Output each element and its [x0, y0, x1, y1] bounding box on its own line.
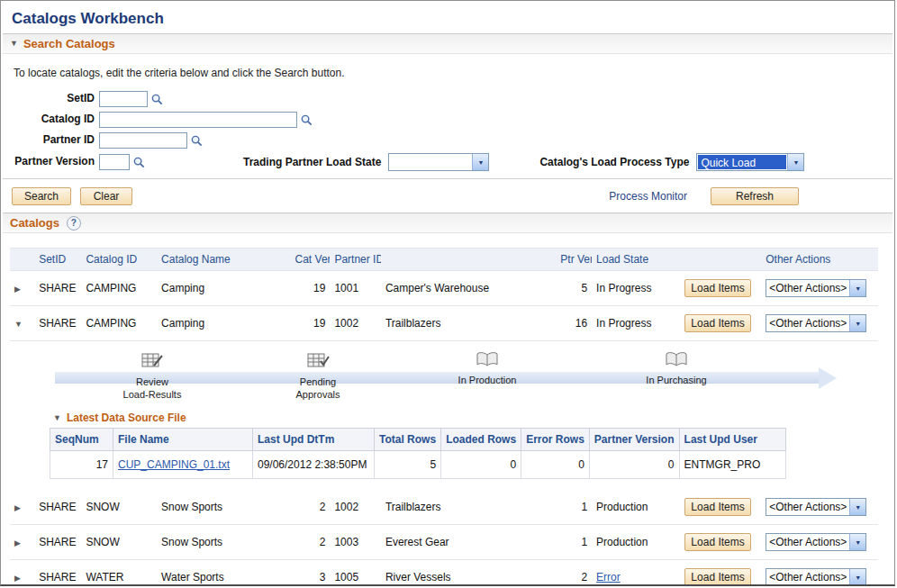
process-flow: Review Load-Results Pending Approvals In…	[48, 348, 840, 408]
latest-data-source-title: Latest Data Source File	[67, 412, 186, 424]
load-state-label: Trading Partner Load State	[243, 156, 381, 168]
cell-ptr-ver: 16	[556, 306, 592, 341]
cell-partner-id: 1005	[330, 560, 380, 587]
partner-id-lookup-icon[interactable]	[190, 134, 204, 148]
search-button[interactable]: Search	[12, 187, 71, 205]
load-items-button[interactable]: Load Items	[684, 533, 750, 551]
other-actions-select[interactable]: <Other Actions>▼	[766, 314, 866, 332]
load-state-error-link[interactable]: Error	[596, 571, 621, 583]
partner-version-header: Partner Version	[589, 429, 679, 451]
chevron-down-icon: ▼	[849, 534, 865, 550]
cell-load-state: In Progress	[592, 271, 680, 306]
expand-column-header	[10, 249, 34, 271]
partner-id-row: Partner ID	[6, 132, 894, 149]
partner-id-input[interactable]	[99, 132, 187, 149]
process-monitor-link[interactable]: Process Monitor	[609, 190, 687, 203]
chevron-down-icon: ▼	[849, 315, 865, 331]
load-items-button[interactable]: Load Items	[684, 498, 750, 516]
data-source-grid: SeqNum File Name Last Upd DtTm Total Row…	[50, 428, 786, 479]
chevron-down-icon: ▼	[849, 280, 865, 296]
cell-cat-ver: 3	[291, 560, 331, 587]
cell-catalog-name: Camping	[157, 271, 290, 306]
cell-cat-ver: 19	[291, 271, 331, 306]
other-actions-select[interactable]: <Other Actions>▼	[766, 533, 866, 551]
process-type-select[interactable]: Quick Load ▼	[696, 153, 804, 171]
cell-total-rows: 5	[375, 451, 441, 479]
other-actions-select[interactable]: <Other Actions>▼	[766, 498, 866, 516]
cell-catalog-id: WATER	[81, 560, 157, 587]
cat-ver-column-header: Cat Ver	[291, 249, 331, 271]
expand-row-icon[interactable]: ▶	[14, 503, 21, 512]
catalog-id-lookup-icon[interactable]	[300, 113, 313, 127]
partner-version-input[interactable]	[99, 154, 130, 170]
partner-version-row: Partner Version Trading Partner Load Sta…	[6, 153, 894, 171]
other-actions-select[interactable]: <Other Actions>▼	[766, 279, 866, 297]
other-actions-select[interactable]: <Other Actions>▼	[766, 568, 866, 586]
partner-id-column-header: Partner ID	[330, 249, 380, 271]
flow-step-label: Pending Approvals	[264, 376, 372, 402]
total-rows-header: Total Rows	[375, 429, 441, 451]
chevron-down-icon: ▼	[787, 154, 803, 170]
cell-last-upd-dttm: 09/06/2012 2:38:50PM	[253, 451, 375, 479]
flow-step-review: Review Load-Results	[98, 350, 206, 402]
catalogs-workbench-page: Catalogs Workbench ▼ Search Catalogs To …	[0, 0, 895, 586]
cell-partner-id: 1002	[330, 490, 380, 525]
cell-ptr-ver: 1	[556, 525, 592, 560]
chevron-down-icon: ▼	[472, 154, 488, 170]
search-instructions: To locate catalogs, edit the criteria be…	[1, 54, 894, 86]
cell-partner-name: Everest Gear	[381, 525, 556, 560]
in-purchasing-icon	[665, 350, 688, 370]
cell-catalog-name: Snow Sports	[157, 525, 290, 560]
cell-catalog-id: SNOW	[81, 490, 157, 525]
cell-ptr-ver: 5	[556, 271, 592, 306]
ptr-ver-column-header: Ptr Ver	[556, 249, 592, 271]
catalog-id-input[interactable]	[99, 112, 297, 128]
catalog-row: ▼ SHARE CAMPING Camping 19 1002 Trailbla…	[10, 306, 878, 341]
search-section-divider	[3, 178, 892, 179]
load-state-column-header: Load State	[592, 249, 680, 271]
catalog-id-column-header: Catalog ID	[81, 249, 157, 271]
flow-step-label: Review Load-Results	[98, 376, 206, 402]
partner-version-lookup-icon[interactable]	[132, 156, 146, 169]
cell-setid: SHARE	[34, 560, 81, 587]
cell-catalog-id: CAMPING	[81, 271, 157, 306]
latest-data-source-header[interactable]: ▼ Latest Data Source File	[53, 412, 878, 424]
cell-partner-name: Camper's Warehouse	[381, 271, 556, 306]
setid-label: SetID	[6, 93, 95, 104]
expand-row-icon[interactable]: ▶	[14, 538, 21, 547]
setid-lookup-icon[interactable]	[150, 93, 164, 106]
flow-step-label: In Production	[433, 375, 541, 387]
expand-row-icon[interactable]: ▶	[14, 285, 21, 294]
cell-catalog-name: Snow Sports	[157, 490, 290, 525]
load-items-button[interactable]: Load Items	[684, 314, 750, 332]
expand-row-icon[interactable]: ▶	[14, 574, 21, 583]
collapse-section-icon[interactable]: ▼	[10, 40, 18, 48]
setid-row: SetID	[6, 91, 894, 107]
clear-button[interactable]: Clear	[80, 187, 132, 205]
file-name-link[interactable]: CUP_CAMPING_01.txt	[118, 458, 230, 471]
cell-partner-name: River Vessels	[381, 560, 556, 587]
chevron-down-icon: ▼	[849, 499, 865, 515]
catalog-row: ▶ SHARE WATER Water Sports 3 1005 River …	[10, 560, 878, 587]
collapse-row-icon[interactable]: ▼	[14, 320, 23, 329]
cell-load-state: Production	[592, 490, 680, 525]
search-catalogs-header[interactable]: ▼ Search Catalogs	[3, 33, 892, 54]
last-upd-user-header: Last Upd User	[679, 429, 785, 451]
collapse-subsection-icon[interactable]: ▼	[53, 414, 61, 422]
cell-partner-id: 1001	[330, 271, 380, 306]
catalogs-header: Catalogs ?	[3, 213, 892, 233]
cell-cat-ver: 19	[291, 306, 331, 341]
load-items-button[interactable]: Load Items	[684, 279, 750, 297]
page-title: Catalogs Workbench	[1, 1, 894, 32]
grid-header-row: SetID Catalog ID Catalog Name Cat Ver Pa…	[10, 249, 878, 271]
refresh-button[interactable]: Refresh	[711, 187, 799, 205]
process-type-label: Catalog's Load Process Type	[539, 156, 689, 168]
cell-ptr-ver: 2	[556, 560, 592, 587]
setid-input[interactable]	[99, 91, 148, 107]
cell-ptr-ver: 1	[556, 490, 592, 525]
load-state-select[interactable]: ▼	[388, 153, 489, 171]
load-items-button[interactable]: Load Items	[684, 568, 750, 586]
catalog-id-label: Catalog ID	[6, 113, 95, 125]
help-icon[interactable]: ?	[67, 216, 81, 231]
action-button-row: Search Clear Process Monitor Refresh	[12, 187, 887, 205]
